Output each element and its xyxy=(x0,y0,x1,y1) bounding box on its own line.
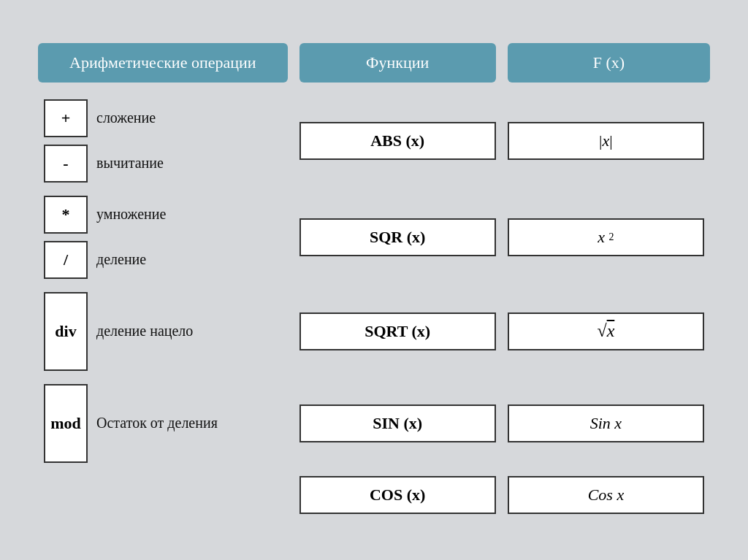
operator-mod: mod xyxy=(44,384,88,463)
fx-abs: |x| xyxy=(508,122,704,160)
main-container: Арифметические операции Функции F (x) + … xyxy=(23,28,725,532)
table-row: * умножение SQR (x) x 2 xyxy=(38,192,710,237)
func-abs: ABS (x) xyxy=(299,122,496,160)
operator-plus: + xyxy=(44,99,88,137)
table-row: COS (x) Cos x xyxy=(38,472,710,495)
op-description-plus: сложение xyxy=(96,110,156,126)
fx-cos: Cos x xyxy=(508,476,704,514)
operator-div: div xyxy=(44,292,88,371)
op-description-mod: Остаток от деления xyxy=(96,415,218,431)
header-functions: Функции xyxy=(299,43,496,83)
operator-minus: - xyxy=(44,145,88,183)
func-sqrt: SQRT (x) xyxy=(299,312,496,350)
func-cos: COS (x) xyxy=(299,476,496,514)
header-fx: F (x) xyxy=(508,43,710,83)
fx-sqr: x 2 xyxy=(508,218,704,256)
header-arithmetic: Арифметические операции xyxy=(38,43,288,83)
table-row: + сложение ABS (x) |x| xyxy=(38,96,710,141)
fx-sqrt: √x xyxy=(508,312,704,350)
func-sqr: SQR (x) xyxy=(299,218,496,256)
op-description-multiply: умножение xyxy=(96,206,166,223)
operator-divide: / xyxy=(44,241,88,279)
operator-multiply: * xyxy=(44,196,88,234)
op-description-div: деление нацело xyxy=(96,323,193,340)
fx-sin: Sin x xyxy=(508,404,704,442)
func-sin: SIN (x) xyxy=(299,404,496,442)
op-description-divide: деление xyxy=(96,251,146,268)
op-description-minus: вычитание xyxy=(96,155,164,172)
